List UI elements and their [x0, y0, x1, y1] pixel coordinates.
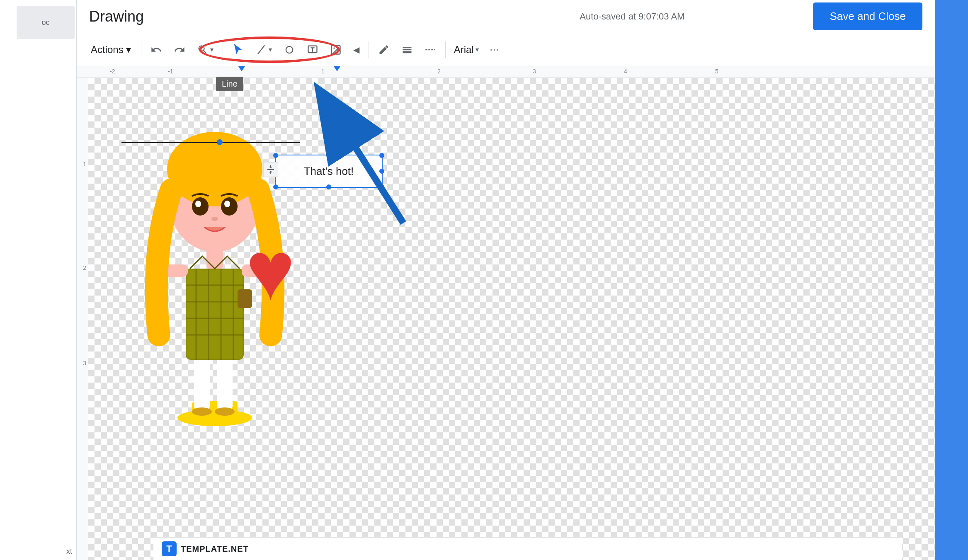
pencil-tool-button[interactable]	[373, 41, 395, 59]
toolbar-divider-4	[445, 41, 446, 58]
valign-icon[interactable]	[263, 162, 278, 177]
zoom-button[interactable]: ▾	[192, 41, 218, 59]
handle-tl[interactable]	[273, 153, 278, 158]
zoom-icon	[197, 44, 209, 56]
text-box-content[interactable]: That's hot!	[304, 165, 354, 178]
more-options-icon: ⋯	[490, 44, 499, 55]
valign-svg	[266, 165, 276, 175]
ruler-horizontal: -2 -1 1 2 3 4 5	[77, 66, 935, 78]
handle-bm[interactable]	[326, 184, 331, 189]
heart-shape: ♥	[246, 229, 295, 312]
image-icon	[330, 44, 342, 56]
font-chevron: ▾	[476, 46, 479, 53]
drawing-app: Drawing Auto-saved at 9:07:03 AM Save an…	[77, 0, 935, 560]
svg-rect-11	[187, 270, 243, 359]
shape-icon	[284, 44, 295, 56]
handle-tm[interactable]	[326, 153, 331, 158]
svg-point-25	[192, 197, 209, 216]
font-label: Arial	[454, 44, 474, 56]
handle-tr[interactable]	[379, 153, 384, 158]
select-icon	[232, 44, 244, 56]
drawing-canvas[interactable]: That's hot! ♥	[88, 78, 935, 560]
sidebar-tab-top[interactable]: oc	[17, 6, 75, 39]
toolbar-divider-1	[141, 41, 141, 58]
line-icon	[255, 44, 267, 56]
svg-point-0	[286, 46, 293, 53]
save-close-button[interactable]: Save and Close	[813, 2, 922, 30]
pencil-icon	[378, 44, 390, 56]
line-weight-icon	[401, 44, 413, 56]
image-tool-button[interactable]	[325, 41, 347, 59]
actions-chevron: ▾	[126, 44, 131, 56]
line-dash-button[interactable]	[420, 41, 441, 59]
ruler-tick-5: 5	[715, 68, 718, 75]
svg-point-3	[333, 47, 335, 49]
toolbar-divider-2	[223, 41, 223, 58]
svg-point-26	[221, 197, 238, 216]
bottom-bar: T TEMPLATE.NET	[153, 537, 902, 560]
app-title: Drawing	[89, 8, 451, 25]
ruler-marker-right	[334, 66, 340, 71]
line-chevron: ▾	[269, 46, 272, 53]
ruler-vertical: 1 2 3	[77, 78, 88, 560]
right-strip	[935, 0, 968, 560]
logo-text: TEMPLATE.NET	[181, 544, 249, 554]
ruler-tick-2: 2	[437, 68, 441, 75]
canvas-area: 1 2 3	[77, 78, 935, 560]
horizontal-line	[121, 142, 300, 143]
ruler-v-tick-3: 3	[83, 360, 86, 366]
line-handle[interactable]	[217, 139, 223, 145]
toolbar-divider-3	[369, 41, 369, 58]
svg-point-9	[215, 407, 235, 416]
actions-label: Actions	[91, 44, 124, 56]
more-options-button[interactable]: ⋯	[485, 41, 504, 58]
select-tool-button[interactable]	[227, 41, 249, 59]
title-bar: Drawing Auto-saved at 9:07:03 AM Save an…	[77, 0, 935, 33]
handle-bl[interactable]	[273, 184, 278, 189]
ruler-tick-n2: -2	[110, 68, 115, 75]
handle-mr[interactable]	[379, 169, 384, 174]
undo-button[interactable]	[146, 41, 167, 59]
text-icon	[307, 44, 318, 56]
ruler-tick-4: 4	[624, 68, 627, 75]
text-tool-button[interactable]	[302, 41, 323, 59]
ruler-tick-n1: -1	[168, 68, 173, 75]
line-weight-button[interactable]	[396, 41, 418, 59]
ruler-v-tick-2: 2	[83, 264, 86, 271]
ruler-tick-3: 3	[533, 68, 536, 75]
svg-point-29	[211, 217, 218, 221]
svg-rect-7	[217, 356, 233, 410]
redo-button[interactable]	[169, 41, 190, 59]
handle-br[interactable]	[379, 184, 384, 189]
end-chevron-icon: ◀	[353, 45, 359, 55]
ruler-v-tick-1: 1	[83, 161, 86, 167]
ruler-marker-left	[238, 66, 245, 71]
autosave-status: Auto-saved at 9:07:03 AM	[451, 11, 813, 22]
tools-end-chevron-button[interactable]: ◀	[348, 41, 364, 58]
svg-point-27	[195, 201, 201, 207]
undo-icon	[150, 44, 162, 56]
svg-point-8	[192, 407, 212, 416]
actions-button[interactable]: Actions ▾	[85, 41, 137, 59]
left-sidebar: oc xt	[0, 0, 77, 560]
ruler-tick-1: 1	[321, 68, 325, 75]
zoom-chevron: ▾	[210, 46, 213, 53]
line-dash-icon	[425, 44, 436, 56]
svg-point-28	[224, 201, 230, 207]
text-box[interactable]: That's hot!	[275, 155, 383, 188]
font-selector-button[interactable]: Arial ▾	[450, 41, 483, 58]
svg-rect-6	[194, 356, 210, 410]
shape-tool-button[interactable]	[279, 41, 300, 59]
logo-icon: T	[162, 541, 177, 556]
redo-icon	[174, 44, 185, 56]
toolbar: Actions ▾ ▾ ▾	[77, 33, 935, 66]
line-tool-button[interactable]: ▾	[250, 41, 277, 59]
